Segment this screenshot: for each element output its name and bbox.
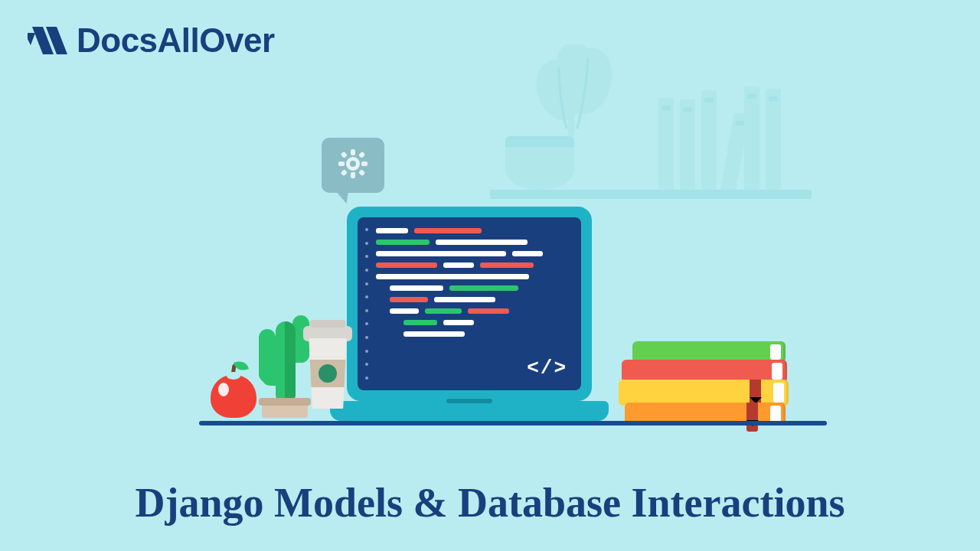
svg-rect-8	[351, 149, 355, 155]
docsallover-logo-icon	[28, 24, 69, 57]
svg-rect-11	[361, 161, 368, 166]
svg-rect-10	[338, 161, 345, 166]
svg-rect-14	[341, 169, 348, 176]
gear-icon	[338, 148, 368, 182]
shelf-decoration	[490, 60, 812, 199]
apple-icon	[211, 375, 256, 418]
code-lines-icon	[376, 228, 569, 337]
plant-pot-icon	[505, 136, 574, 190]
code-editor-screen: </>	[358, 217, 581, 390]
code-tag-icon: </>	[527, 357, 567, 380]
svg-point-16	[350, 161, 356, 167]
desk-line	[199, 421, 827, 425]
svg-rect-9	[351, 172, 355, 178]
gear-speech-bubble	[322, 138, 384, 193]
coffee-cup-icon	[306, 338, 349, 409]
plant-leaves-icon	[521, 44, 628, 139]
illustration-scene: </>	[145, 46, 835, 459]
svg-rect-13	[358, 152, 365, 158]
laptop-illustration: </>	[339, 207, 599, 421]
svg-rect-6	[568, 98, 574, 136]
svg-rect-12	[341, 152, 348, 158]
svg-rect-15	[358, 169, 365, 176]
page-title: Django Models & Database Interactions	[0, 479, 980, 527]
book-stack-icon	[619, 344, 787, 425]
shelf-books-icon	[658, 86, 781, 190]
svg-marker-2	[28, 33, 35, 45]
